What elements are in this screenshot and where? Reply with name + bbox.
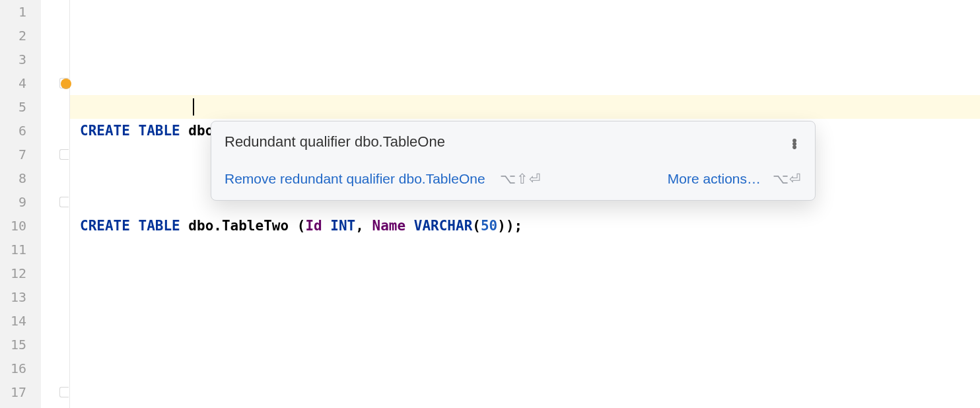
fold-toggle-icon[interactable] xyxy=(59,78,69,88)
code-area[interactable]: CREATE TABLE dbo.TableOne (Id INT, Name … xyxy=(70,0,980,408)
shortcut-hint: ⌥⏎ xyxy=(773,167,802,191)
fold-end-icon[interactable] xyxy=(59,387,69,397)
code-line: CREATE TABLE dbo.TableTwo (Id INT, Name … xyxy=(70,214,980,238)
more-options-icon[interactable]: ••• xyxy=(787,137,802,147)
code-line xyxy=(70,309,980,333)
shortcut-hint: ⌥⇧⏎ xyxy=(500,167,542,191)
marker-gutter xyxy=(41,0,70,408)
more-actions-link[interactable]: More actions… xyxy=(668,167,761,191)
current-line-highlight xyxy=(70,95,980,119)
code-editor[interactable]: 1 2 3 4 5 6 7 8 9 10 11 12 13 14 15 16 1… xyxy=(0,0,980,408)
fold-toggle-icon[interactable] xyxy=(59,197,69,207)
line-number-gutter: 1 2 3 4 5 6 7 8 9 10 11 12 13 14 15 16 1… xyxy=(0,0,41,408)
inspection-title: Redundant qualifier dbo.TableOne xyxy=(225,130,445,154)
text-caret xyxy=(193,98,194,116)
quick-fix-action[interactable]: Remove redundant qualifier dbo.TableOne xyxy=(225,167,485,191)
code-line: UPDATE dbo.TableOne xyxy=(70,404,980,408)
inspection-popup: Redundant qualifier dbo.TableOne ••• Rem… xyxy=(211,121,816,201)
fold-end-icon[interactable] xyxy=(59,149,69,160)
